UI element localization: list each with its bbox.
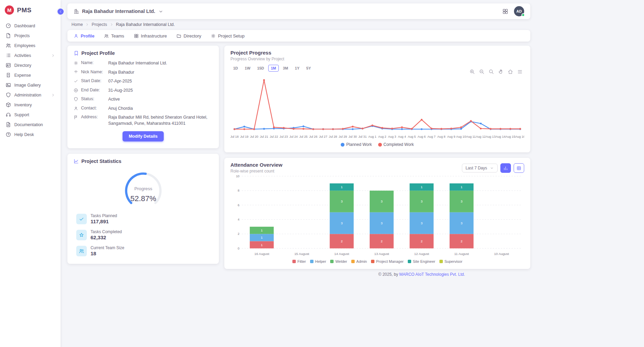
field-value: 31-Aug-2025	[108, 88, 213, 94]
breadcrumb: Home Projects Raja Bahadur International…	[71, 22, 643, 27]
field-value: Raja Bahadur International Ltd.	[108, 60, 213, 66]
range-5y-button[interactable]: 5Y	[304, 65, 313, 72]
project-progress-card: Project Progress Progress Overview by Pr…	[224, 46, 530, 152]
tab-label: Infrastructure	[141, 33, 167, 39]
project-profile-title: Project Profile	[74, 50, 213, 56]
content: Project Profile Name: Raja Bahadur Inter…	[67, 46, 530, 269]
zoom-in-icon[interactable]	[469, 69, 475, 75]
range-1w-button[interactable]: 1W	[242, 65, 253, 72]
sidebar: M PMS Dashboard Projects Employees Activ…	[0, 0, 61, 347]
sidebar-item-image-gallery[interactable]: Image Gallery	[3, 80, 58, 90]
bar-chart-icon	[503, 166, 508, 171]
svg-text:Aug 13: Aug 13	[486, 135, 496, 138]
project-progress-chart[interactable]: Jul 18Jul 19Jul 20Jul 21Jul 22Jul 23Jul …	[230, 72, 524, 141]
tab-infrastructure[interactable]: Infrastructure	[134, 30, 167, 42]
tab-bar: Profile Teams Infrastructure Directory P…	[67, 30, 530, 42]
chart-line-icon	[74, 159, 79, 164]
home-icon[interactable]	[508, 69, 513, 75]
table-view-button[interactable]	[514, 163, 524, 173]
administration-icon	[5, 92, 11, 98]
sidebar-collapse-button[interactable]	[57, 7, 65, 16]
gear-icon	[211, 33, 216, 39]
legend-swatch	[351, 260, 355, 263]
team-icon	[76, 246, 87, 256]
svg-text:2: 2	[341, 239, 342, 243]
progress-legend: Planned WorkCompleted Work	[230, 141, 524, 150]
attendance-chart[interactable]: 024681011116 August15 August233114 Augus…	[230, 174, 524, 259]
project-statistics-card: Project Statistics Progress 52.87%	[67, 154, 219, 264]
svg-text:Jul 22: Jul 22	[270, 135, 278, 138]
sidebar-nav: Dashboard Projects Employees Activities …	[0, 19, 61, 141]
attendance-range-select[interactable]: Last 7 Days	[462, 164, 498, 172]
user-avatar[interactable]: AD	[514, 6, 524, 16]
legend-item[interactable]: Site Engineer	[408, 259, 435, 263]
activities-icon	[5, 52, 11, 58]
dashboard-icon	[5, 23, 11, 29]
svg-text:Aug 5: Aug 5	[408, 135, 416, 138]
main-area: Raja Bahadur International Ltd. AD Home …	[61, 0, 644, 347]
zoom-out-icon[interactable]	[479, 69, 485, 75]
legend-item[interactable]: Welder	[330, 259, 347, 263]
sidebar-item-employees[interactable]: Employees	[3, 41, 58, 50]
stat-value: 62,332	[91, 235, 122, 240]
tab-project-setup[interactable]: Project Setup	[211, 30, 244, 42]
sidebar-item-documentation[interactable]: Documentation	[3, 120, 58, 130]
field-value: Active	[108, 96, 213, 103]
brand[interactable]: M PMS	[0, 0, 61, 19]
svg-text:12 August: 12 August	[414, 252, 429, 256]
pan-icon[interactable]	[498, 69, 504, 75]
image-gallery-icon	[5, 82, 11, 88]
modify-details-button[interactable]: Modify Details	[123, 131, 164, 141]
legend-item[interactable]: Helper	[310, 259, 326, 263]
range-15d-button[interactable]: 15D	[255, 65, 267, 72]
field-label: Name:	[81, 60, 106, 65]
star-icon	[76, 230, 87, 240]
menu-icon[interactable]	[517, 69, 523, 75]
sidebar-item-dashboard[interactable]: Dashboard	[3, 21, 58, 31]
legend-item[interactable]: Supervisor	[439, 259, 463, 263]
chevron-down-icon	[158, 9, 164, 14]
tab-profile[interactable]: Profile	[74, 30, 94, 42]
apps-grid-button[interactable]	[502, 8, 509, 15]
company-selector[interactable]: Raja Bahadur International Ltd.	[74, 9, 164, 14]
svg-text:3: 3	[461, 199, 463, 203]
tab-teams[interactable]: Teams	[104, 30, 124, 42]
legend-item[interactable]: Fitter	[292, 259, 306, 263]
sidebar-item-activities[interactable]: Activities	[3, 50, 58, 60]
range-1y-button[interactable]: 1Y	[292, 65, 302, 72]
sidebar-item-help-desk[interactable]: Help Desk	[3, 130, 58, 139]
sidebar-item-inventory[interactable]: Inventory	[3, 100, 58, 110]
sidebar-item-administration[interactable]: Administration	[3, 90, 58, 100]
range-1d-button[interactable]: 1D	[230, 65, 241, 72]
svg-text:2: 2	[381, 239, 383, 243]
sidebar-item-directory[interactable]: Directory	[3, 60, 58, 70]
legend-item[interactable]: Admin	[351, 259, 367, 263]
sidebar-item-label: Directory	[14, 63, 55, 68]
svg-text:3: 3	[461, 221, 463, 225]
sidebar-item-projects[interactable]: Projects	[3, 31, 58, 41]
legend-item[interactable]: Project Manager	[371, 259, 404, 263]
chevron-right-icon	[110, 22, 114, 27]
sidebar-item-support[interactable]: Support	[3, 110, 58, 120]
breadcrumb-home[interactable]: Home	[71, 22, 83, 27]
svg-text:10: 10	[236, 175, 239, 178]
gauge-value: 52.87%	[130, 194, 156, 203]
breadcrumb-projects[interactable]: Projects	[92, 22, 107, 27]
selection-zoom-icon[interactable]	[488, 69, 494, 75]
legend-item[interactable]: Completed Work	[378, 142, 414, 147]
svg-text:1: 1	[341, 185, 342, 189]
stat-current-team-size: Current Team Size 18	[76, 245, 213, 256]
broadcast-icon	[74, 70, 78, 75]
range-3m-button[interactable]: 3M	[280, 65, 291, 72]
range-1m-button[interactable]: 1M	[268, 65, 279, 72]
chart-toolbar	[469, 69, 523, 75]
bookmark-icon	[74, 50, 79, 56]
legend-item[interactable]: Planned Work	[341, 142, 372, 147]
bar-chart-view-button[interactable]	[500, 163, 511, 173]
footer-link[interactable]: MARCO AIoT Technologies Pvt. Ltd.	[399, 272, 465, 277]
tab-directory[interactable]: Directory	[176, 30, 201, 42]
sidebar-item-expense[interactable]: Expense	[3, 70, 58, 80]
stat-value: 117,891	[91, 218, 117, 224]
svg-text:Jul 26: Jul 26	[309, 135, 317, 138]
attendance-title: Attendance Overview	[230, 162, 283, 168]
